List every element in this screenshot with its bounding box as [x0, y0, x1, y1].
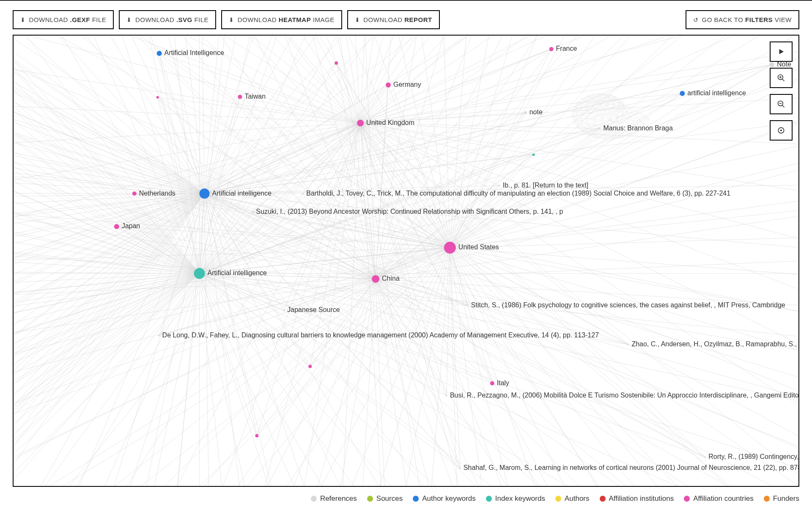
svg-line-339	[205, 193, 798, 486]
svg-line-405	[450, 248, 476, 486]
graph-node-label: United States	[458, 243, 499, 251]
btn-label: DOWNLOAD .SVG FILE	[135, 16, 208, 23]
svg-line-646	[14, 273, 200, 430]
graph-node[interactable]	[386, 83, 391, 88]
svg-line-150	[360, 85, 388, 123]
graph-node[interactable]	[446, 395, 447, 396]
graph-node[interactable]	[255, 434, 258, 437]
btn-label: DOWNLOAD HEATMAP IMAGE	[238, 16, 335, 23]
svg-line-127	[159, 53, 205, 193]
svg-line-396	[450, 248, 798, 486]
graph-node-label: Japan	[122, 222, 140, 229]
graph-node-label: Italy	[497, 379, 509, 387]
graph-node-label: artificial intelligence	[687, 89, 746, 97]
legend-item: Sources	[367, 494, 403, 503]
svg-line-364	[14, 110, 205, 194]
zoom-out-button[interactable]	[770, 94, 793, 114]
svg-line-340	[205, 193, 798, 486]
svg-line-126	[159, 53, 200, 273]
graph-node[interactable]	[158, 335, 160, 337]
graph-node[interactable]	[627, 344, 629, 345]
graph-node-label: Zhao, C., Andersen, H., Ozyilmaz, B., Ra…	[631, 340, 798, 348]
legend-dot	[367, 496, 373, 502]
legend-label: Author keywords	[422, 494, 476, 503]
svg-line-538	[14, 36, 360, 123]
graph-node[interactable]	[499, 185, 500, 186]
svg-line-341	[205, 193, 798, 486]
graph-canvas[interactable]: Artificial IntelligenceFranceNoteGermany…	[13, 35, 799, 487]
legend-dot	[600, 496, 606, 502]
legend-item: Authors	[555, 494, 590, 503]
zoom-in-button[interactable]	[770, 68, 793, 88]
graph-node[interactable]	[157, 51, 162, 56]
graph-node[interactable]	[252, 211, 253, 213]
graph-node[interactable]	[372, 275, 379, 283]
graph-node-label: Artificial intelligence	[208, 269, 267, 276]
legend-item: Author keywords	[413, 494, 476, 503]
download-svg-button[interactable]: ⬇ DOWNLOAD .SVG FILE	[119, 10, 216, 29]
legend-label: Authors	[565, 494, 590, 503]
download-report-button[interactable]: ⬇ DOWNLOAD REPORT	[347, 10, 440, 29]
graph-node[interactable]	[490, 381, 494, 385]
graph-node[interactable]	[680, 91, 685, 96]
legend-dot	[486, 496, 492, 502]
play-button[interactable]	[770, 41, 793, 62]
download-icon: ⬇	[20, 17, 26, 23]
btn-label: GO BACK TO FILTERS VIEW	[702, 16, 792, 23]
toolbar: ⬇ DOWNLOAD .GEXF FILE ⬇ DOWNLOAD .SVG FI…	[13, 10, 799, 29]
svg-line-652	[14, 273, 200, 464]
svg-line-338	[205, 193, 798, 486]
svg-line-182	[450, 155, 534, 248]
svg-line-320	[102, 36, 200, 273]
svg-line-204	[200, 212, 253, 273]
graph-node[interactable]	[467, 305, 469, 306]
graph-node[interactable]	[302, 193, 304, 194]
recenter-button[interactable]	[770, 120, 793, 141]
legend-label: Sources	[376, 494, 403, 503]
download-gexf-button[interactable]: ⬇ DOWNLOAD .GEXF FILE	[13, 10, 114, 29]
graph-node-label: Suzuki, I., (2013) Beyond Ancestor Worsh…	[256, 208, 563, 215]
graph-node[interactable]	[283, 309, 285, 311]
target-icon	[777, 126, 785, 135]
graph-node[interactable]	[132, 191, 137, 196]
graph-node[interactable]	[200, 188, 210, 199]
graph-node-label: Rorty, R., (1989) Contingency, Irony, an	[708, 453, 798, 460]
graph-node-label: France	[556, 45, 577, 52]
svg-line-327	[200, 36, 746, 273]
graph-node[interactable]	[459, 467, 461, 469]
graph-node[interactable]	[532, 153, 535, 156]
graph-node[interactable]	[524, 111, 527, 114]
graph-node[interactable]	[599, 128, 601, 130]
graph-node[interactable]	[308, 365, 312, 368]
svg-line-657	[782, 79, 785, 81]
graph-node-label: note	[529, 108, 543, 116]
legend-dot	[555, 496, 561, 502]
svg-line-540	[14, 36, 360, 123]
legend-item: Index keywords	[486, 494, 545, 503]
legend-label: Index keywords	[495, 494, 545, 503]
graph-node[interactable]	[444, 242, 456, 254]
graph-node[interactable]	[114, 224, 119, 229]
graph-node-label: Stitch, S., (1986) Folk psychology to co…	[471, 301, 785, 309]
download-heatmap-button[interactable]: ⬇ DOWNLOAD HEATMAP IMAGE	[221, 10, 342, 29]
graph-node[interactable]	[549, 47, 554, 51]
graph-node[interactable]	[194, 268, 205, 279]
svg-line-543	[14, 36, 360, 123]
svg-line-545	[14, 36, 360, 123]
legend: ReferencesSourcesAuthor keywordsIndex ke…	[311, 494, 799, 503]
graph-node-label: Germany	[393, 81, 421, 88]
legend-dot	[413, 496, 419, 502]
graph-node[interactable]	[238, 95, 242, 99]
svg-line-450	[450, 221, 798, 248]
legend-item: References	[311, 494, 357, 503]
zoom-controls	[770, 41, 793, 141]
graph-node[interactable]	[335, 61, 338, 65]
svg-line-579	[14, 47, 205, 194]
svg-line-384	[205, 36, 740, 193]
graph-node[interactable]	[704, 456, 706, 458]
back-to-filters-button[interactable]: ↺ GO BACK TO FILTERS VIEW	[686, 10, 799, 29]
graph-node-label: Shahaf, G., Marom, S., Learning in netwo…	[464, 464, 798, 471]
svg-line-337	[205, 193, 798, 486]
graph-node[interactable]	[156, 96, 159, 99]
graph-node[interactable]	[357, 120, 364, 127]
